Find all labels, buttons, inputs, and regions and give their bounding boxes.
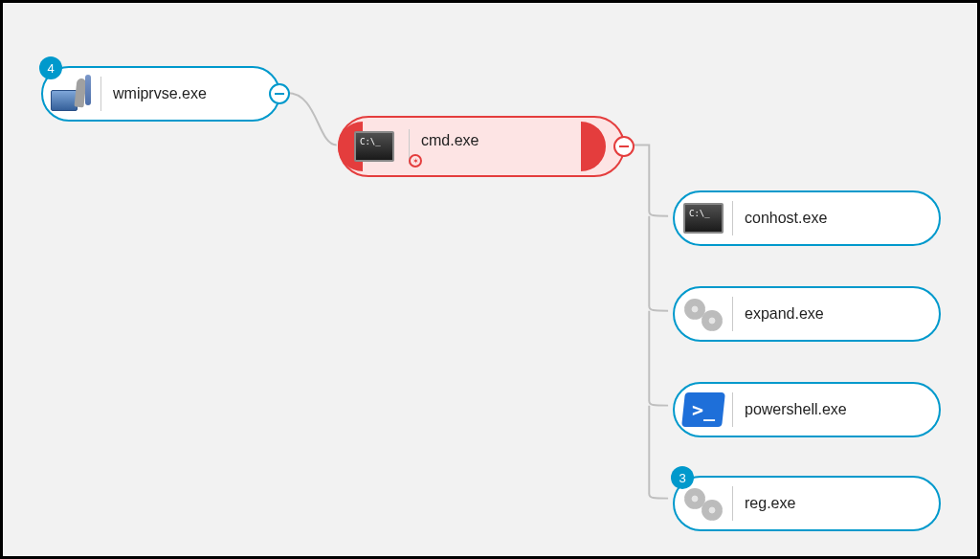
malicious-arc-right-icon	[581, 122, 606, 171]
powershell-icon: >_	[675, 384, 732, 436]
collapse-toggle[interactable]	[613, 136, 635, 157]
divider	[100, 77, 101, 111]
process-node-child[interactable]: conhost.exe	[673, 190, 941, 246]
divider	[732, 486, 733, 521]
process-label: reg.exe	[745, 495, 795, 512]
process-label: cmd.exe	[421, 132, 479, 149]
process-node-child[interactable]: >_ powershell.exe	[673, 382, 941, 437]
count-badge: 4	[39, 56, 62, 79]
threat-indicator-icon: ✶	[409, 154, 422, 168]
process-label: conhost.exe	[745, 210, 827, 227]
process-node-malicious[interactable]: cmd.exe ✶	[338, 116, 625, 177]
process-label: wmiprvse.exe	[113, 85, 207, 102]
process-node-child[interactable]: expand.exe	[673, 286, 941, 342]
process-node-root[interactable]: 4 wmiprvse.exe	[41, 66, 280, 122]
gears-icon	[675, 288, 732, 340]
process-node-child[interactable]: 3 reg.exe	[673, 476, 941, 531]
divider	[732, 392, 733, 427]
cmd-icon	[675, 192, 732, 244]
process-label: expand.exe	[745, 305, 824, 323]
divider	[732, 201, 733, 235]
collapse-toggle[interactable]	[269, 83, 290, 104]
process-label: powershell.exe	[745, 401, 847, 418]
divider	[732, 297, 733, 331]
cmd-icon	[340, 118, 409, 175]
count-badge: 3	[671, 466, 694, 489]
